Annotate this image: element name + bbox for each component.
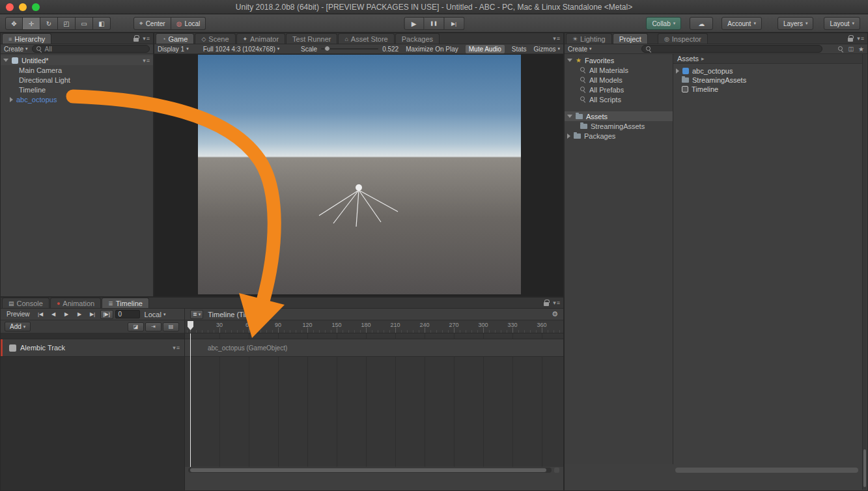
scene-row[interactable]: Untitled* ▾≡ (1, 55, 153, 65)
frame-number-field[interactable]: 0 (115, 310, 140, 318)
tab-lighting[interactable]: ☀Lighting (566, 33, 612, 44)
go-to-start-button[interactable]: |◀ (35, 311, 46, 317)
tree-item-packages[interactable]: Packages (565, 131, 673, 141)
panel-menu-icon[interactable]: ▾≡ (857, 35, 864, 42)
edit-mode-replace-button[interactable]: ▤ (163, 322, 179, 331)
rect-tool-button[interactable]: ▭ (76, 17, 93, 30)
hierarchy-item-main-camera[interactable]: Main Camera (1, 65, 153, 75)
minimize-button[interactable] (19, 3, 27, 11)
timeline-play-button[interactable]: ▶ (61, 311, 72, 317)
pause-button[interactable]: ❚❚ (424, 17, 444, 30)
favorites-all-models[interactable]: All Models (565, 75, 673, 85)
mute-audio-toggle[interactable]: Mute Audio (466, 45, 505, 53)
timeline-horizontal-scrollbar[interactable] (188, 468, 552, 473)
settings-gear-icon[interactable]: ⚙ (552, 310, 558, 318)
tab-asset-store[interactable]: ⌂Asset Store (338, 33, 394, 44)
preview-toggle[interactable]: Preview (3, 310, 33, 318)
timeline-ruler[interactable]: 30 60 90 120 150 180 210 240 270 300 330… (185, 320, 563, 333)
search-by-type-icon[interactable] (838, 46, 844, 52)
aspect-dropdown[interactable]: Full 1024 4:3 (1024x768)▾ (203, 46, 280, 53)
project-vertical-scrollbar[interactable] (862, 54, 867, 490)
project-create-dropdown[interactable]: Create▾ (568, 46, 592, 53)
next-frame-button[interactable]: ▶ (74, 311, 85, 317)
go-to-end-button[interactable]: ▶| (87, 311, 98, 317)
display-dropdown[interactable]: Display 1▾ (158, 46, 189, 53)
expand-arrow-icon[interactable] (10, 97, 13, 102)
scrollbar-thumb[interactable] (190, 468, 546, 472)
zoom-button[interactable] (32, 3, 40, 11)
space-toggle-button[interactable]: ◍Local (171, 17, 206, 30)
tab-game[interactable]: ◔Game (156, 33, 194, 44)
hand-tool-button[interactable]: ✥ (5, 17, 23, 30)
favorite-star-icon[interactable]: ★ (858, 46, 864, 53)
stats-toggle[interactable]: Stats (509, 45, 530, 53)
file-item-streaming-assets[interactable]: StreamingAssets (673, 76, 862, 85)
timeline-asset-dropdown[interactable]: ≣▾ (190, 310, 203, 319)
project-search-input[interactable] (641, 45, 822, 53)
lock-icon[interactable] (544, 302, 549, 306)
tree-item-streaming-assets[interactable]: StreamingAssets (565, 121, 673, 131)
favorites-all-scripts[interactable]: All Scripts (565, 94, 673, 104)
tab-project[interactable]: Project (613, 33, 648, 44)
scale-slider[interactable] (321, 48, 378, 49)
tab-inspector[interactable]: ◎Inspector (658, 33, 708, 44)
timeline-space-dropdown[interactable]: Local▾ (145, 311, 166, 318)
tree-item-assets[interactable]: Assets (565, 111, 673, 121)
maximize-on-play-toggle[interactable]: Maximize On Play (402, 45, 462, 53)
hierarchy-item-timeline[interactable]: Timeline (1, 85, 153, 94)
tab-animator[interactable]: ✦Animator (236, 33, 286, 44)
edit-mode-ripple-button[interactable]: ⇥ (145, 322, 161, 331)
collab-dropdown[interactable]: Collab▾ (646, 17, 681, 30)
project-horizontal-scrollbar[interactable] (675, 468, 858, 473)
transform-tool-button[interactable]: ◧ (93, 17, 111, 30)
hierarchy-item-directional-light[interactable]: Directional Light (1, 75, 153, 85)
pivot-toggle-button[interactable]: ⌖Center (133, 17, 171, 30)
search-by-label-icon[interactable]: ◫ (848, 46, 854, 52)
expand-arrow-icon[interactable] (567, 133, 570, 139)
add-track-button[interactable]: Add▾ (5, 322, 31, 331)
expand-arrow-icon[interactable] (3, 59, 8, 62)
panel-menu-icon[interactable]: ▾≡ (553, 35, 560, 42)
scrollbar-thumb[interactable] (863, 449, 866, 487)
scene-menu-icon[interactable]: ▾≡ (143, 57, 150, 64)
scale-tool-button[interactable]: ◰ (58, 17, 76, 30)
tab-scene[interactable]: ◇Scene (195, 33, 235, 44)
track-content-area[interactable]: abc_octopus (GameObject) (185, 333, 563, 467)
hierarchy-search-input[interactable]: All (32, 45, 150, 53)
panel-menu-icon[interactable]: ▾≡ (553, 300, 560, 306)
alembic-track-lane[interactable]: abc_octopus (GameObject) (185, 339, 563, 357)
layers-dropdown[interactable]: Layers▾ (777, 17, 814, 30)
expand-arrow-icon[interactable] (676, 68, 679, 74)
close-button[interactable] (6, 3, 14, 11)
move-tool-button[interactable]: ✛ (23, 17, 40, 30)
tab-test-runner[interactable]: Test Runner (286, 33, 337, 44)
tab-timeline[interactable]: ≣Timeline (102, 298, 149, 308)
expand-arrow-icon[interactable] (567, 115, 572, 118)
scrollbar-resize-nub[interactable] (554, 468, 559, 473)
tab-animation[interactable]: ●Animation (50, 298, 101, 308)
step-button[interactable]: ▶| (444, 17, 464, 30)
rotate-tool-button[interactable]: ↻ (40, 17, 58, 30)
lock-icon[interactable] (133, 38, 139, 42)
gizmos-dropdown[interactable]: Gizmos▾ (534, 46, 560, 53)
track-menu-icon[interactable]: ▾≡ (173, 344, 180, 351)
favorites-root[interactable]: ★ Favorites (565, 55, 673, 65)
hierarchy-create-dropdown[interactable]: Create▾ (4, 46, 28, 53)
favorites-all-materials[interactable]: All Materials (565, 65, 673, 75)
hierarchy-item-abc-octopus[interactable]: abc_octopus (1, 94, 153, 104)
slider-knob[interactable] (324, 46, 330, 51)
file-item-timeline[interactable]: Timeline (673, 85, 862, 94)
edit-mode-mix-button[interactable]: ◪ (128, 322, 144, 331)
file-item-abc-octopus[interactable]: abc_octopus (673, 66, 862, 76)
tab-packages[interactable]: Packages (395, 33, 440, 44)
expand-arrow-icon[interactable] (567, 59, 572, 62)
account-dropdown[interactable]: Account▾ (721, 17, 762, 30)
lock-icon[interactable] (848, 38, 853, 42)
tab-hierarchy[interactable]: ≡Hierarchy (2, 33, 51, 44)
cloud-services-button[interactable]: ☁ (690, 17, 713, 30)
alembic-track-header[interactable]: Alembic Track ▾≡ (1, 339, 184, 357)
previous-frame-button[interactable]: ◀ (48, 311, 59, 317)
favorites-all-prefabs[interactable]: All Prefabs (565, 85, 673, 94)
layout-dropdown[interactable]: Layout▾ (824, 17, 860, 30)
panel-menu-icon[interactable]: ▾≡ (143, 35, 150, 42)
